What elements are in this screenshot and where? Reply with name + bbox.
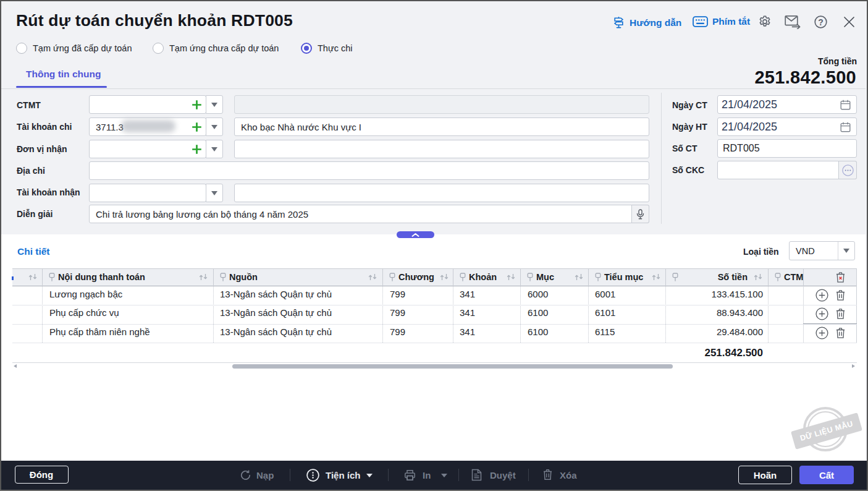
svg-text:?: ?: [818, 17, 824, 27]
